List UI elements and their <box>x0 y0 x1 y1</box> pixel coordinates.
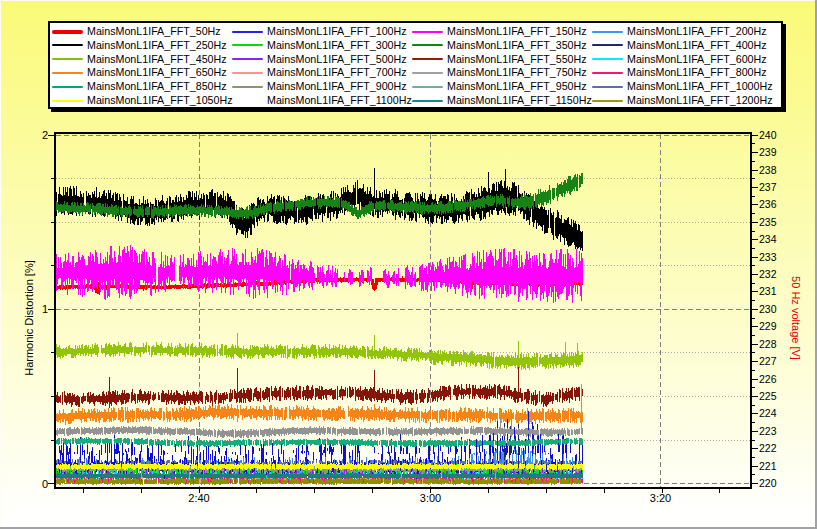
svg-text:221: 221 <box>759 460 777 472</box>
svg-text:2:40: 2:40 <box>188 492 209 504</box>
svg-text:233: 233 <box>759 251 777 263</box>
svg-text:0: 0 <box>42 478 48 490</box>
svg-text:223: 223 <box>759 425 777 437</box>
svg-text:228: 228 <box>759 338 777 350</box>
svg-text:230: 230 <box>759 303 777 315</box>
svg-text:220: 220 <box>759 477 777 489</box>
svg-text:226: 226 <box>759 373 777 385</box>
svg-text:237: 237 <box>759 181 777 193</box>
svg-text:227: 227 <box>759 355 777 367</box>
svg-text:50 Hz voltage [V]: 50 Hz voltage [V] <box>790 276 802 360</box>
svg-text:231: 231 <box>759 285 777 297</box>
svg-text:Harmonic Distortion [%]: Harmonic Distortion [%] <box>23 260 35 376</box>
svg-text:3:20: 3:20 <box>650 492 671 504</box>
svg-text:238: 238 <box>759 164 777 176</box>
svg-text:3:00: 3:00 <box>420 492 441 504</box>
svg-text:229: 229 <box>759 320 777 332</box>
svg-text:232: 232 <box>759 268 777 280</box>
svg-text:2: 2 <box>42 129 48 141</box>
svg-text:234: 234 <box>759 233 777 245</box>
svg-text:1: 1 <box>42 303 48 315</box>
svg-text:239: 239 <box>759 146 777 158</box>
svg-text:240: 240 <box>759 129 777 141</box>
svg-text:222: 222 <box>759 442 777 454</box>
svg-text:224: 224 <box>759 407 777 419</box>
svg-text:235: 235 <box>759 216 777 228</box>
svg-text:236: 236 <box>759 198 777 210</box>
svg-text:225: 225 <box>759 390 777 402</box>
